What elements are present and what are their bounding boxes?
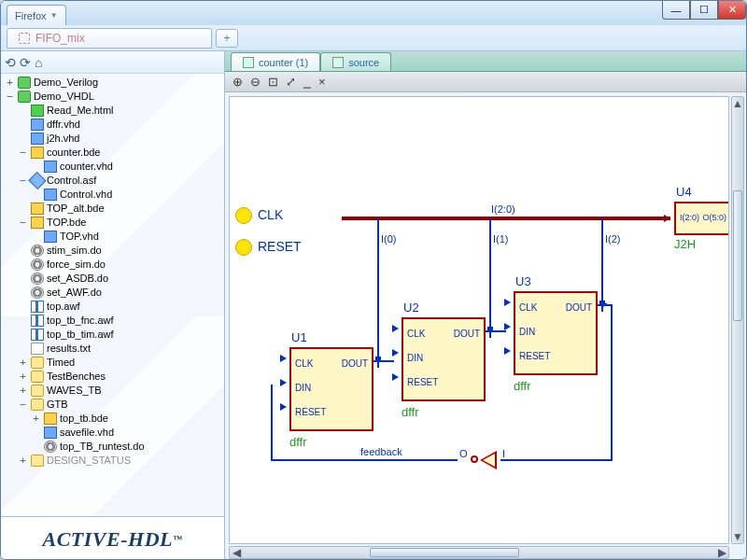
tree-item[interactable]: top.awf	[5, 300, 222, 314]
design-tree[interactable]: +Demo_Verilog−Demo_VHDLRead_Me.htmldffr.…	[1, 74, 224, 516]
tree-item-label: WAVES_TB	[47, 384, 102, 398]
tree-expander-icon[interactable]: +	[18, 454, 28, 468]
awf-icon	[31, 315, 44, 327]
tree-expander-icon[interactable]: −	[18, 146, 28, 160]
tree-item-label: counter.vhd	[60, 160, 113, 174]
tree-expander-icon[interactable]: −	[18, 398, 28, 412]
firefox-menu-button[interactable]: Firefox ▼	[7, 5, 66, 25]
close-view-icon[interactable]: ×	[318, 75, 326, 89]
port-reset-pad	[235, 239, 252, 256]
tree-item-label: counter.bde	[47, 146, 101, 160]
tree-item[interactable]: results.txt	[5, 342, 222, 356]
block-u1[interactable]: CLK DOUT DIN RESET	[289, 347, 374, 431]
tree-item[interactable]: −Demo_VHDL	[5, 90, 222, 104]
zoom-in-icon[interactable]: ⊕	[233, 75, 243, 89]
txt-icon	[31, 343, 44, 355]
tree-item[interactable]: top_TB_runtest.do	[5, 440, 222, 454]
tree-item-label: DESIGN_STATUS	[47, 454, 131, 468]
tree-item-label: Control.asf	[47, 174, 96, 188]
nav-back-icon[interactable]: ⟲	[5, 55, 16, 70]
inst-u3: U3	[515, 274, 531, 288]
block-u4[interactable]: I(2:0) O(5:0)	[674, 202, 729, 235]
inverter-icon[interactable]	[480, 451, 497, 469]
net-feedback-label: feedback	[360, 446, 402, 457]
tree-expander-icon[interactable]: −	[18, 174, 28, 188]
horizontal-scrollbar[interactable]: ◀ ▶	[229, 546, 729, 559]
tree-item[interactable]: +Demo_Verilog	[5, 76, 222, 90]
browser-tab-strip: Firefox ▼	[1, 1, 746, 25]
vhd-icon	[31, 119, 44, 131]
tree-item[interactable]: set_ASDB.do	[5, 272, 222, 286]
zoom-fit-icon[interactable]: ⤢	[286, 75, 296, 89]
tree-expander-icon[interactable]: −	[5, 90, 15, 104]
tree-expander-icon[interactable]: +	[18, 370, 28, 384]
tree-item[interactable]: +TestBenches	[5, 370, 222, 384]
minimize-button[interactable]: —	[662, 1, 690, 20]
tree-item-label: set_ASDB.do	[47, 272, 108, 286]
wire-i0	[377, 218, 379, 368]
bus-i	[342, 217, 670, 220]
tree-item[interactable]: Read_Me.html	[5, 104, 222, 118]
tree-item[interactable]: −counter.bde	[5, 146, 222, 160]
tree-expander-icon[interactable]: +	[18, 384, 28, 398]
maximize-button[interactable]: ☐	[690, 1, 718, 20]
editor-tab-bar: counter (1) source	[225, 51, 746, 72]
editor-tab-counter[interactable]: counter (1)	[231, 52, 320, 71]
tree-item[interactable]: j2h.vhd	[5, 132, 222, 146]
tree-item-label: Control.vhd	[60, 188, 112, 202]
document-tab-fifo-mix[interactable]: FIFO_mix	[7, 28, 212, 49]
tree-item-label: GTB	[47, 398, 68, 412]
active-hdl-logo: ACTIVE-HDL™	[1, 516, 224, 560]
tree-item[interactable]: set_AWF.do	[5, 286, 222, 300]
tree-item[interactable]: stim_sim.do	[5, 244, 222, 258]
close-button[interactable]: ✕	[718, 1, 746, 20]
tree-item[interactable]: −Control.asf	[5, 174, 222, 188]
tree-item[interactable]: top_tb_tim.awf	[5, 328, 222, 342]
tree-item[interactable]: TOP.vhd	[5, 230, 222, 244]
block-u2[interactable]: CLK DOUT DIN RESET	[402, 317, 486, 401]
home-icon[interactable]: ⌂	[35, 55, 42, 70]
tree-expander-icon[interactable]: +	[18, 356, 28, 370]
tree-expander-icon[interactable]: +	[5, 76, 15, 90]
schematic-canvas[interactable]: CLK RESET I(2:0) I(0) I(1) I(2) U1	[229, 96, 729, 544]
tree-item[interactable]: dffr.vhd	[5, 118, 222, 132]
sidebar-toolbar: ⟲ ⟳ ⌂	[1, 51, 224, 74]
tree-item[interactable]: +top_tb.bde	[5, 412, 222, 426]
editor-tab-source[interactable]: source	[320, 52, 391, 71]
nav-fwd-icon[interactable]: ⟳	[20, 55, 31, 70]
scroll-left-icon[interactable]: ◀	[230, 548, 243, 557]
tree-item[interactable]: TOP_alt.bde	[5, 202, 222, 216]
tree-item-label: TestBenches	[47, 370, 106, 384]
type-u3: dffr	[514, 379, 531, 393]
block-u3[interactable]: CLK DOUT DIN RESET	[514, 291, 598, 375]
scroll-down-icon[interactable]: ▼	[733, 530, 742, 543]
scroll-up-icon[interactable]: ▲	[733, 97, 742, 110]
inst-u4: U4	[676, 185, 692, 199]
inst-u1: U1	[291, 330, 307, 344]
awf-icon	[31, 329, 44, 341]
vertical-scrollbar[interactable]: ▲ ▼	[731, 96, 744, 544]
tree-item[interactable]: force_sim.do	[5, 258, 222, 272]
sim-icon	[31, 245, 44, 257]
tree-item[interactable]: +Timed	[5, 356, 222, 370]
zoom-area-icon[interactable]: ⊡	[268, 75, 278, 89]
tree-item[interactable]: +WAVES_TB	[5, 384, 222, 398]
bus-label: I(2:0)	[491, 203, 515, 215]
tree-expander-icon[interactable]: −	[18, 216, 28, 230]
bde-icon	[31, 147, 44, 159]
tree-item-label: savefile.vhd	[60, 426, 114, 440]
tree-item[interactable]: −GTB	[5, 398, 222, 412]
tree-item[interactable]: +DESIGN_STATUS	[5, 454, 222, 468]
type-u4: J2H	[674, 237, 696, 251]
window-controls: — ☐ ✕	[662, 1, 746, 20]
tree-expander-icon[interactable]: +	[31, 412, 41, 426]
tree-item[interactable]: −TOP.bde	[5, 216, 222, 230]
tree-item-label: results.txt	[47, 342, 91, 356]
tree-item[interactable]: savefile.vhd	[5, 426, 222, 440]
scroll-thumb-vertical[interactable]	[733, 190, 742, 321]
scroll-thumb-horizontal[interactable]	[370, 548, 519, 557]
new-tab-button[interactable]: +	[216, 29, 238, 48]
scroll-right-icon[interactable]: ▶	[715, 548, 728, 557]
zoom-out-icon[interactable]: ⊖	[250, 75, 261, 89]
tree-item[interactable]: top_tb_fnc.awf	[5, 314, 222, 328]
